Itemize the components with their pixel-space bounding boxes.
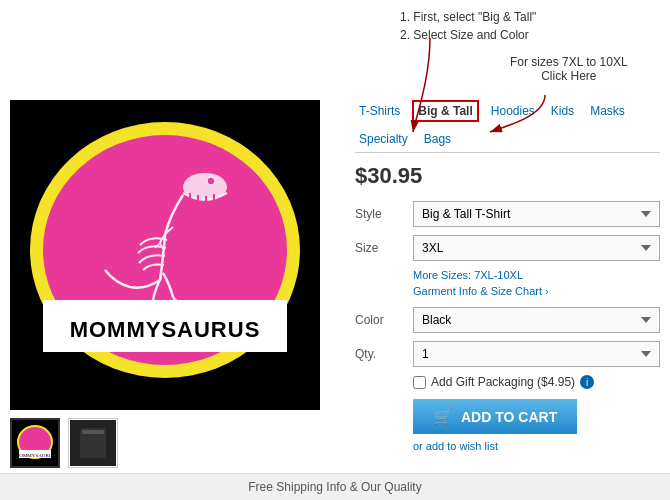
qty-label: Qty. bbox=[355, 347, 405, 361]
thumbnail-2[interactable] bbox=[68, 418, 118, 468]
tab-bags[interactable]: Bags bbox=[420, 130, 455, 148]
product-image-svg: MOMMYSAURUS bbox=[15, 105, 315, 405]
cart-icon: 🛒 bbox=[433, 407, 453, 426]
left-panel: MOMMYSAURUS bbox=[10, 100, 340, 468]
more-sizes-link[interactable]: More Sizes: 7XL-10XL bbox=[413, 269, 660, 281]
product-image: MOMMYSAURUS bbox=[10, 100, 320, 410]
size-chart-link[interactable]: Garment Info & Size Chart › bbox=[413, 285, 660, 297]
right-panel: T-Shirts Big & Tall Hoodies Kids Masks S… bbox=[340, 100, 660, 468]
gift-label: Add Gift Packaging ($4.95) bbox=[431, 375, 575, 389]
size-select[interactable]: 3XL 4XL 5XL 6XL bbox=[413, 235, 660, 261]
tab-bigtall[interactable]: Big & Tall bbox=[412, 100, 478, 122]
svg-text:MOMMYSAURUS: MOMMYSAURUS bbox=[15, 453, 56, 458]
size-row: Size 3XL 4XL 5XL 6XL bbox=[355, 235, 660, 261]
color-select[interactable]: Black White Navy bbox=[413, 307, 660, 333]
annotation-step1: 1. First, select "Big & Tall" bbox=[400, 10, 536, 24]
color-row: Color Black White Navy bbox=[355, 307, 660, 333]
style-select[interactable]: Big & Tall T-Shirt Big & Tall Hoodie bbox=[413, 201, 660, 227]
nav-tabs: T-Shirts Big & Tall Hoodies Kids Masks S… bbox=[355, 100, 660, 153]
gift-checkbox[interactable] bbox=[413, 376, 426, 389]
svg-rect-18 bbox=[82, 430, 104, 434]
thumbnail-1[interactable]: MOMMYSAURUS bbox=[10, 418, 60, 468]
size-label: Size bbox=[355, 241, 405, 255]
add-to-cart-label: ADD TO CART bbox=[461, 409, 557, 425]
svg-point-10 bbox=[207, 177, 215, 185]
style-label: Style bbox=[355, 207, 405, 221]
tab-hoodies[interactable]: Hoodies bbox=[487, 102, 539, 120]
qty-row: Qty. 1 2 3 bbox=[355, 341, 660, 367]
qty-select[interactable]: 1 2 3 bbox=[413, 341, 660, 367]
svg-text:MOMMYSAURUS: MOMMYSAURUS bbox=[70, 317, 261, 342]
footer-text: Free Shipping Info & Our Quality bbox=[248, 480, 421, 494]
style-row: Style Big & Tall T-Shirt Big & Tall Hood… bbox=[355, 201, 660, 227]
tab-kids[interactable]: Kids bbox=[547, 102, 578, 120]
gift-row: Add Gift Packaging ($4.95) i bbox=[413, 375, 660, 389]
gift-info-icon[interactable]: i bbox=[580, 375, 594, 389]
annotation-step2: 2. Select Size and Color bbox=[400, 28, 529, 42]
annotation-step3: For sizes 7XL to 10XL Click Here bbox=[510, 55, 628, 83]
tab-specialty[interactable]: Specialty bbox=[355, 130, 412, 148]
add-to-cart-button[interactable]: 🛒 ADD TO CART bbox=[413, 399, 577, 434]
footer-bar: Free Shipping Info & Our Quality bbox=[0, 473, 670, 500]
color-label: Color bbox=[355, 313, 405, 327]
thumbnails: MOMMYSAURUS bbox=[10, 418, 340, 468]
tab-masks[interactable]: Masks bbox=[586, 102, 629, 120]
product-price: $30.95 bbox=[355, 163, 660, 189]
tab-tshirts[interactable]: T-Shirts bbox=[355, 102, 404, 120]
wish-list-link[interactable]: or add to wish list bbox=[413, 440, 660, 452]
